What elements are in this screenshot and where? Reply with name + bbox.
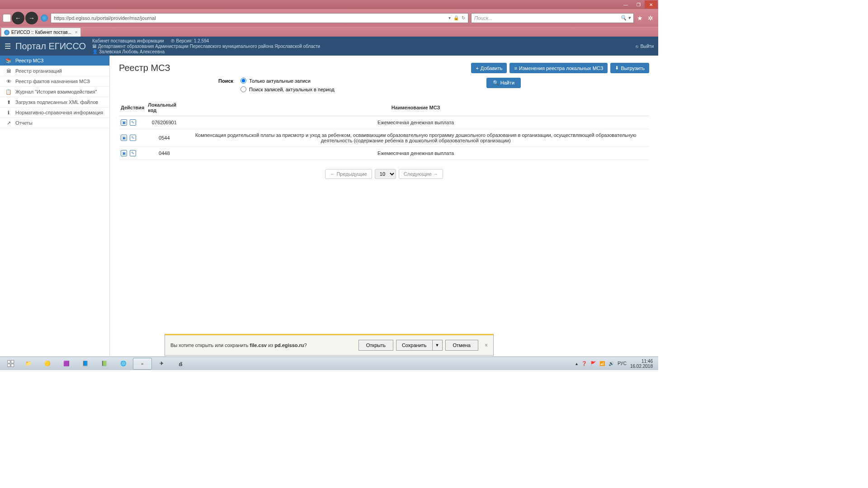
row-name: Ежемесячная денежная выплата: [182, 147, 649, 160]
browser-tab[interactable]: ЕГИССО :: Кабинет постав... ×: [1, 28, 81, 37]
radio-current[interactable]: Только актуальные записи: [241, 78, 335, 84]
content: Реестр МСЗ +Добавить ≡Изменения реестра …: [110, 56, 658, 357]
sidebar-item-0[interactable]: 📚Реестр МСЗ: [0, 56, 109, 66]
main-layout: 📚Реестр МСЗ🏛Реестр организаций👁Реестр фа…: [0, 56, 658, 357]
page-header: Реестр МСЗ +Добавить ≡Изменения реестра …: [119, 63, 649, 73]
sidebar-icon: ⬆: [5, 99, 12, 105]
export-button[interactable]: ⬇Выгрузить: [610, 63, 649, 73]
save-dropdown[interactable]: ▼: [432, 340, 443, 351]
task-app1[interactable]: 🟪: [57, 358, 76, 370]
download-notification: Вы хотите открыть или сохранить file.csv…: [165, 334, 494, 356]
dropdown-icon[interactable]: ▾: [448, 15, 451, 20]
browser-search[interactable]: Поиск... 🔍 ▾: [471, 13, 634, 23]
search-icon[interactable]: 🔍 ▾: [620, 15, 631, 21]
sidebar-label: Нормативно-справочная информация: [15, 110, 103, 115]
tray-sound-icon[interactable]: 🔊: [609, 361, 614, 366]
logout-button[interactable]: ⎋ Выйти: [636, 44, 654, 49]
sidebar-icon: 🏛: [5, 68, 12, 74]
action-buttons: +Добавить ≡Изменения реестра локальных М…: [471, 63, 649, 73]
row-name: Компенсация родительской платы за присмо…: [182, 129, 649, 147]
task-excel[interactable]: 📗: [95, 358, 114, 370]
pagination: ← Предыдущие 10 Следующие →: [119, 169, 649, 179]
tab-close-icon[interactable]: ×: [75, 30, 78, 35]
edit-icon[interactable]: ✎: [130, 135, 136, 141]
sidebar-icon: ℹ: [5, 110, 12, 116]
save-file-button[interactable]: Сохранить: [396, 340, 432, 351]
task-current[interactable]: ▫: [133, 358, 152, 370]
cabinet-label: Кабинет поставщика информации: [92, 38, 164, 43]
close-notification-icon[interactable]: ×: [485, 342, 488, 348]
version-label: Версия: 1.2.594: [176, 38, 209, 43]
sidebar-label: Реестр организаций: [15, 68, 62, 74]
view-icon[interactable]: ▣: [121, 150, 127, 156]
page-title: Реестр МСЗ: [119, 63, 170, 73]
stop-button[interactable]: ✖: [3, 14, 11, 22]
search-row: Поиск Только актуальные записи Поиск зап…: [218, 78, 649, 92]
taskbar: 📁 🟡 🟪 📘 📗 🌐 ▫ ✈ 🖨 ▴ ❓ 🚩 📶 🔊 РУС 11:46 16…: [0, 357, 658, 370]
col-name: Наименование МСЗ: [182, 99, 649, 116]
favorites-icon[interactable]: ★: [635, 13, 645, 23]
tray-network-icon[interactable]: 📶: [599, 361, 605, 366]
task-explorer[interactable]: 📁: [19, 358, 38, 370]
tray-help-icon[interactable]: ❓: [581, 361, 587, 366]
tab-favicon: [4, 30, 9, 35]
tray-lang[interactable]: РУС: [618, 361, 627, 366]
sidebar-item-1[interactable]: 🏛Реестр организаций: [0, 66, 109, 76]
forward-button[interactable]: →: [25, 12, 38, 24]
menu-toggle[interactable]: ☰: [5, 42, 11, 51]
add-button[interactable]: +Добавить: [471, 63, 507, 73]
next-button[interactable]: Следующие →: [399, 169, 443, 179]
portal-title: Портал ЕГИССО: [15, 41, 86, 52]
ie-icon: [41, 14, 48, 22]
list-icon: ≡: [514, 66, 517, 71]
sidebar: 📚Реестр МСЗ🏛Реестр организаций👁Реестр фа…: [0, 56, 110, 357]
page-size-select[interactable]: 10: [375, 169, 396, 179]
minimize-button[interactable]: —: [619, 0, 632, 9]
sidebar-item-2[interactable]: 👁Реестр фактов назначения МСЗ: [0, 76, 109, 87]
sidebar-item-5[interactable]: ℹНормативно-справочная информация: [0, 108, 109, 118]
close-button[interactable]: ✕: [645, 0, 657, 9]
start-button[interactable]: [2, 358, 19, 370]
radio-period[interactable]: Поиск записей, актуальных в период: [241, 86, 335, 92]
task-app2[interactable]: 🖨: [171, 358, 190, 370]
task-chrome[interactable]: 🟡: [38, 358, 57, 370]
search-placeholder: Поиск...: [474, 15, 492, 21]
task-telegram[interactable]: ✈: [152, 358, 171, 370]
settings-icon[interactable]: ✲: [646, 13, 656, 23]
table-row: ▣✎076206901Ежемесячная денежная выплата: [119, 116, 649, 129]
row-name: Ежемесячная денежная выплата: [182, 116, 649, 129]
sidebar-item-3[interactable]: 📋Журнал "История взаимодействия": [0, 87, 109, 97]
sidebar-item-4[interactable]: ⬆Загрузка подписанных XML файлов: [0, 97, 109, 108]
tray-flag-icon[interactable]: 🚩: [590, 361, 596, 366]
address-bar[interactable]: https://pd.egisso.ru/portal/provider/msz…: [51, 13, 468, 23]
find-button[interactable]: 🔍 Найти: [486, 78, 521, 88]
changes-button[interactable]: ≡Изменения реестра локальных МСЗ: [509, 63, 608, 73]
sidebar-item-6[interactable]: ↗Отчеты: [0, 118, 109, 128]
plus-icon: +: [476, 66, 478, 71]
window-titlebar: — ❐ ✕: [0, 0, 658, 9]
row-code: 076206901: [146, 116, 182, 129]
view-icon[interactable]: ▣: [121, 119, 127, 126]
edit-icon[interactable]: ✎: [130, 119, 136, 126]
maximize-button[interactable]: ❐: [632, 0, 645, 9]
prev-button[interactable]: ← Предыдущие: [325, 169, 372, 179]
tray-clock[interactable]: 11:46 16.02.2018: [630, 359, 653, 369]
task-word[interactable]: 📘: [76, 358, 95, 370]
logout-label: Выйти: [640, 44, 654, 49]
system-tray: ▴ ❓ 🚩 📶 🔊 РУС 11:46 16.02.2018: [576, 359, 656, 369]
refresh-icon[interactable]: ↻: [462, 15, 465, 20]
open-file-button[interactable]: Открыть: [359, 340, 393, 351]
tray-arrow-icon[interactable]: ▴: [576, 361, 578, 366]
sidebar-label: Загрузка подписанных XML файлов: [15, 99, 98, 105]
col-code: Локальный код: [146, 99, 182, 116]
user-label: Залевская Любовь Алексеевна: [99, 49, 165, 54]
edit-icon[interactable]: ✎: [130, 150, 136, 156]
cancel-download-button[interactable]: Отмена: [445, 340, 478, 351]
view-icon[interactable]: ▣: [121, 135, 127, 141]
back-button[interactable]: ←: [12, 12, 24, 24]
sidebar-label: Журнал "История взаимодействия": [15, 89, 97, 94]
row-code: 0448: [146, 147, 182, 160]
task-ie[interactable]: 🌐: [114, 358, 133, 370]
row-code: 0544: [146, 129, 182, 147]
table-row: ▣✎0448Ежемесячная денежная выплата: [119, 147, 649, 160]
